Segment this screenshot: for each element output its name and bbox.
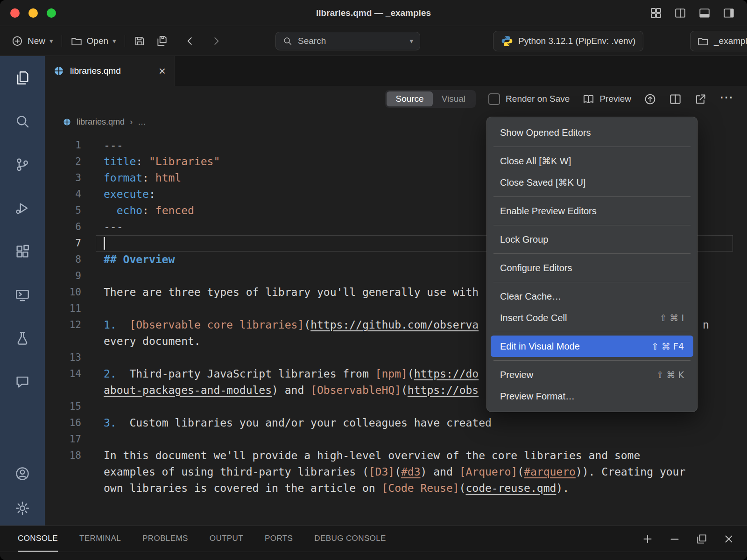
chat-icon[interactable] — [14, 373, 31, 391]
more-actions-button[interactable]: ⋯ — [719, 90, 734, 108]
editor-tab-libraries-qmd[interactable]: libraries.qmd × — [45, 56, 175, 86]
panel-tab-problems[interactable]: PROBLEMS — [142, 526, 188, 552]
menu-item-enable-preview-editors[interactable]: Enable Preview Editors — [491, 200, 693, 222]
editor-tab-label: libraries.qmd — [70, 66, 121, 76]
top-action-bar: New ▾ Open ▾ — [0, 26, 747, 56]
customize-layout-icon[interactable] — [650, 7, 662, 19]
panel-tab-console[interactable]: CONSOLE — [18, 526, 58, 552]
mode-source-button[interactable]: Source — [387, 91, 432, 106]
source-control-icon[interactable] — [14, 156, 31, 174]
open-button[interactable]: Open ▾ — [70, 35, 116, 47]
text-cursor — [104, 237, 105, 250]
line-number — [45, 464, 81, 480]
workspace-selector[interactable]: _examples — [690, 31, 747, 51]
toggle-secondary-sidebar-icon[interactable] — [723, 7, 735, 19]
editor-tabbar: libraries.qmd × — [45, 56, 747, 86]
menu-item-configure-editors[interactable]: Configure Editors — [491, 257, 693, 279]
titlebar: libraries.qmd — _examples — [0, 0, 747, 26]
line-number: 11 — [45, 301, 81, 317]
folder-icon — [70, 35, 83, 47]
explorer-icon[interactable] — [14, 69, 31, 87]
breadcrumb-file[interactable]: libraries.qmd — [77, 117, 125, 127]
zoom-window-button[interactable] — [47, 8, 56, 18]
menu-item-preview-format[interactable]: Preview Format… — [491, 385, 693, 407]
search-icon — [282, 36, 293, 46]
breadcrumb-more[interactable]: … — [138, 117, 146, 127]
code-text: examples of using third-party libraries … — [104, 464, 747, 480]
sessions-icon[interactable] — [14, 286, 31, 304]
menu-item-show-opened-editors[interactable]: Show Opened Editors — [491, 122, 693, 143]
split-editor-layout-icon[interactable] — [674, 7, 686, 19]
line-number: 6 — [45, 219, 81, 235]
occluded-text-fragment: n — [703, 317, 709, 333]
menu-item-close-saved-k-u[interactable]: Close Saved [⌘K U] — [491, 172, 693, 193]
publish-icon[interactable] — [644, 93, 656, 105]
run-and-debug-icon[interactable] — [14, 199, 31, 217]
panel-minimize-icon[interactable] — [669, 533, 681, 545]
extensions-icon[interactable] — [14, 243, 31, 260]
save-icon[interactable] — [134, 35, 146, 47]
split-editor-icon[interactable] — [669, 93, 682, 105]
code-text: 3. Custom libraries you and/or your coll… — [104, 415, 747, 431]
workspace-label: _examples — [714, 36, 747, 46]
line-number: 18 — [45, 448, 81, 464]
settings-gear-icon[interactable] — [14, 499, 31, 517]
quarto-file-icon — [63, 118, 71, 126]
menu-item-label: Insert Code Cell — [500, 313, 567, 323]
close-tab-icon[interactable]: × — [159, 65, 166, 77]
preview-button[interactable]: Preview — [582, 93, 631, 105]
open-in-new-window-icon[interactable] — [694, 93, 707, 105]
interpreter-selector[interactable]: Python 3.12.1 (PipEnv: .venv) — [493, 31, 643, 51]
line-number: 5 — [45, 203, 81, 219]
code-line[interactable]: 163. Custom libraries you and/or your co… — [45, 415, 747, 431]
code-text: own libraries is covered in the article … — [104, 480, 747, 497]
back-icon[interactable] — [184, 35, 196, 47]
search-icon[interactable] — [14, 112, 31, 130]
mode-visual-button[interactable]: Visual — [433, 91, 474, 106]
menu-item-close-all-k-w[interactable]: Close All [⌘K W] — [491, 150, 693, 172]
menu-item-lock-group[interactable]: Lock Group — [491, 229, 693, 250]
panel-tab-output[interactable]: OUTPUT — [210, 526, 243, 552]
menu-item-clear-cache[interactable]: Clear Cache… — [491, 286, 693, 307]
menu-item-label: Close Saved [⌘K U] — [500, 177, 585, 188]
traffic-lights — [0, 8, 56, 18]
toolbar-divider — [62, 35, 62, 47]
panel-tab-ports[interactable]: PORTS — [265, 526, 293, 552]
toggle-panel-icon[interactable] — [698, 7, 711, 19]
panel-plus-icon[interactable] — [641, 533, 654, 545]
line-number: 15 — [45, 399, 81, 415]
open-button-label: Open — [87, 36, 108, 46]
new-button[interactable]: New ▾ — [11, 35, 53, 47]
save-all-icon[interactable] — [156, 35, 168, 47]
panel-close-icon[interactable] — [723, 533, 735, 545]
caret-down-icon: ▾ — [409, 37, 413, 45]
code-line[interactable]: 17 — [45, 431, 747, 448]
panel-restore-icon[interactable] — [696, 533, 708, 545]
minimize-window-button[interactable] — [28, 8, 38, 18]
panel-tab-debug-console[interactable]: DEBUG CONSOLE — [314, 526, 386, 552]
code-line[interactable]: 18In this document we'll provide a high-… — [45, 448, 747, 464]
forward-icon[interactable] — [210, 35, 222, 47]
panel-tab-terminal[interactable]: TERMINAL — [79, 526, 121, 552]
menu-item-edit-in-visual-mode[interactable]: Edit in Visual Mode⇧ ⌘ F4 — [491, 336, 693, 357]
menu-item-label: Show Opened Editors — [500, 127, 591, 138]
panel-bar: CONSOLETERMINALPROBLEMSOUTPUTPORTSDEBUG … — [0, 525, 747, 552]
menu-separator — [493, 282, 691, 282]
caret-down-icon: ▾ — [49, 37, 53, 45]
search-input[interactable]: Search ▾ — [275, 32, 420, 50]
render-on-save-checkbox[interactable] — [488, 93, 500, 105]
menu-separator — [493, 253, 691, 254]
code-line[interactable]: examples of using third-party libraries … — [45, 464, 747, 480]
line-number — [45, 480, 81, 497]
testing-flask-icon[interactable] — [14, 329, 31, 347]
account-icon[interactable] — [14, 465, 31, 483]
menu-separator — [493, 225, 691, 225]
line-number: 4 — [45, 186, 81, 203]
menu-item-shortcut: ⇧ ⌘ K — [656, 370, 684, 380]
code-line[interactable]: own libraries is covered in the article … — [45, 480, 747, 497]
menu-item-insert-code-cell[interactable]: Insert Code Cell⇧ ⌘ I — [491, 307, 693, 329]
menu-item-label: Lock Group — [500, 234, 548, 245]
close-window-button[interactable] — [10, 8, 20, 18]
plus-circle-icon — [11, 35, 23, 47]
menu-item-preview[interactable]: Preview⇧ ⌘ K — [491, 364, 693, 385]
